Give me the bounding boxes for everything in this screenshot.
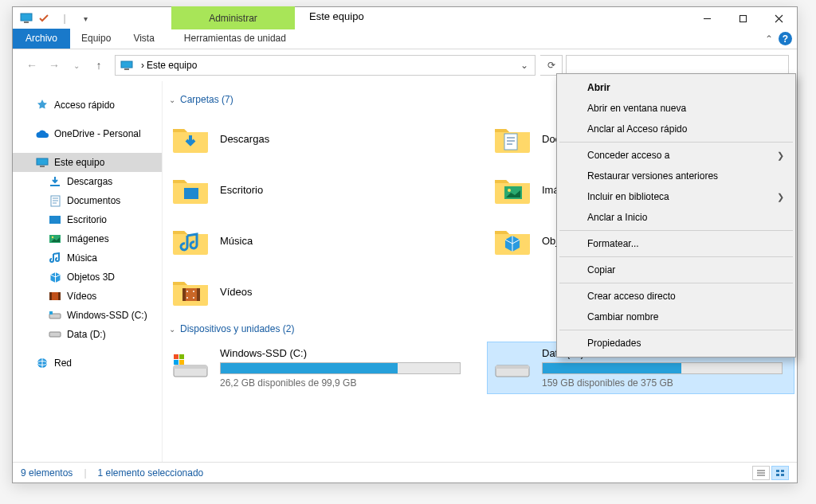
svg-point-23 <box>508 189 511 192</box>
folder-item[interactable]: Descargas <box>166 113 472 164</box>
svg-rect-2 <box>740 15 747 21</box>
details-view-button[interactable] <box>752 466 770 480</box>
sidebar-item[interactable]: Imágenes <box>13 229 162 248</box>
context-menu-item[interactable]: Conceder acceso a❯ <box>559 145 794 166</box>
folder-item[interactable]: Escritorio <box>166 164 472 215</box>
close-button[interactable] <box>761 7 797 29</box>
folder-icon <box>492 119 532 158</box>
context-menu-item[interactable]: Formatear... <box>559 233 794 254</box>
recent-locations-button[interactable]: ⌄ <box>65 61 88 70</box>
address-pc-icon <box>119 59 135 72</box>
cloud-icon <box>35 127 49 141</box>
quick-access-toolbar: | ▾ <box>19 11 97 25</box>
tiles-view-button[interactable] <box>771 466 789 480</box>
minimize-button[interactable] <box>689 7 725 29</box>
svg-rect-25 <box>182 288 186 301</box>
svg-rect-3 <box>121 61 132 68</box>
sidebar-item[interactable]: Documentos <box>13 191 162 210</box>
svg-point-27 <box>186 291 188 292</box>
tab-vista[interactable]: Vista <box>122 29 165 49</box>
group-label: Dispositivos y unidades (2) <box>180 323 294 334</box>
folder-icon <box>171 272 210 311</box>
sidebar-item-icon <box>48 213 62 227</box>
sidebar-item-icon <box>48 232 62 246</box>
context-menu-item[interactable]: Anclar al Acceso rápido <box>559 119 794 139</box>
sidebar-item-label: Objetos 3D <box>67 272 115 283</box>
up-button[interactable]: ↑ <box>88 59 110 72</box>
sidebar-item[interactable]: Objetos 3D <box>13 268 162 287</box>
drive-free-text: 26,2 GB disponibles de 99,9 GB <box>220 377 461 389</box>
sidebar-item[interactable]: Windows-SSD (C:) <box>13 306 162 325</box>
breadcrumb[interactable]: › Este equipo <box>138 60 200 71</box>
maximize-button[interactable] <box>725 7 761 29</box>
help-icon[interactable]: ? <box>779 32 792 45</box>
svg-rect-33 <box>174 354 178 359</box>
folder-item[interactable]: Música <box>166 215 472 266</box>
context-menu-item[interactable]: Anclar a Inicio <box>559 207 794 228</box>
svg-rect-6 <box>40 166 45 167</box>
svg-rect-32 <box>174 365 207 369</box>
folder-label: Vídeos <box>220 286 252 298</box>
context-menu-item[interactable]: Abrir <box>559 77 794 98</box>
address-history-icon[interactable]: ⌄ <box>514 60 535 71</box>
star-icon <box>35 98 49 112</box>
drive-name: Windows-SSD (C:) <box>220 347 461 359</box>
sidebar-item-icon <box>48 327 62 342</box>
qat-customize-icon[interactable]: ▾ <box>78 11 92 25</box>
folder-icon <box>492 221 532 260</box>
sidebar-this-pc[interactable]: Este equipo <box>13 153 162 172</box>
sidebar-item[interactable]: Descargas <box>13 172 162 191</box>
address-bar[interactable]: › Este equipo ⌄ <box>115 55 536 76</box>
folder-label: Escritorio <box>220 184 263 196</box>
context-menu-item[interactable]: Incluir en biblioteca❯ <box>559 186 794 207</box>
sidebar-item-icon <box>48 308 62 322</box>
qat-separator: | <box>57 11 72 25</box>
context-menu-item[interactable]: Abrir en ventana nueva <box>559 98 794 119</box>
submenu-arrow-icon: ❯ <box>777 150 784 161</box>
sidebar-item-label: Vídeos <box>67 291 96 302</box>
folder-label: Descargas <box>220 133 269 145</box>
folder-icon <box>492 170 532 209</box>
sidebar-item-icon <box>48 193 62 208</box>
svg-rect-39 <box>776 470 779 472</box>
back-button[interactable]: ← <box>21 59 43 72</box>
context-menu-item[interactable]: Restaurar versiones anteriores <box>559 166 794 186</box>
qat-properties-icon[interactable] <box>37 11 51 25</box>
context-menu-item[interactable]: Copiar <box>559 260 794 280</box>
drive-item[interactable]: Windows-SSD (C:)26,2 GB disponibles de 9… <box>166 342 472 393</box>
titlebar: | ▾ Administrar Este equipo <box>13 7 797 29</box>
forward-button[interactable]: → <box>43 59 65 72</box>
svg-rect-26 <box>197 288 200 301</box>
tab-equipo[interactable]: Equipo <box>70 29 122 49</box>
svg-point-11 <box>52 236 53 238</box>
sidebar-item-label: Imágenes <box>67 233 109 244</box>
context-menu-item[interactable]: Cambiar nombre <box>559 307 794 327</box>
status-separator: | <box>84 467 86 479</box>
folder-item[interactable]: Vídeos <box>166 266 472 317</box>
svg-rect-34 <box>179 354 184 359</box>
sidebar-onedrive[interactable]: OneDrive - Personal <box>26 124 162 143</box>
tab-drive-tools[interactable]: Herramientas de unidad <box>173 29 297 49</box>
sidebar-item[interactable]: Escritorio <box>13 210 162 229</box>
sidebar-quick-access[interactable]: Acceso rápido <box>26 96 162 115</box>
sidebar-item-label: Data (D:) <box>67 329 106 340</box>
svg-rect-21 <box>184 188 198 199</box>
svg-rect-9 <box>49 216 61 224</box>
contextual-tab-header: Administrar <box>171 6 295 29</box>
context-menu-item[interactable]: Propiedades <box>559 333 794 354</box>
context-menu-separator <box>559 230 793 231</box>
file-tab[interactable]: Archivo <box>13 29 70 49</box>
svg-rect-17 <box>49 332 61 337</box>
sidebar-network[interactable]: Red <box>26 354 162 373</box>
sidebar-item[interactable]: Música <box>13 248 162 268</box>
window-title: Este equipo <box>309 10 364 22</box>
ribbon-collapse-icon[interactable]: ⌃ <box>765 33 773 45</box>
network-icon <box>35 356 49 370</box>
svg-rect-42 <box>781 474 784 476</box>
drive-free-text: 159 GB disponibles de 375 GB <box>542 377 783 389</box>
sidebar-item[interactable]: Vídeos <box>13 287 162 306</box>
svg-rect-20 <box>504 134 517 150</box>
sidebar-label: OneDrive - Personal <box>54 128 141 139</box>
context-menu-item[interactable]: Crear acceso directo <box>559 286 794 307</box>
sidebar-item[interactable]: Data (D:) <box>13 325 162 344</box>
